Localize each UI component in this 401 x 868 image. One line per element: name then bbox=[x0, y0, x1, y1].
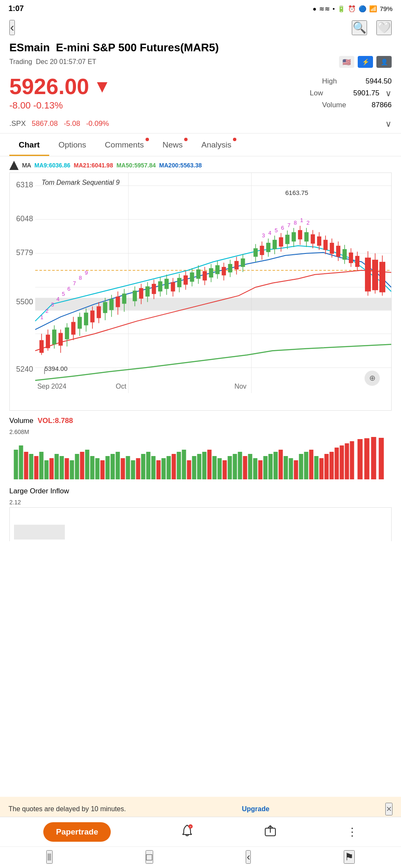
ma-toggle[interactable] bbox=[9, 161, 19, 170]
svg-rect-117 bbox=[372, 260, 378, 290]
svg-rect-23 bbox=[59, 333, 63, 346]
svg-rect-190 bbox=[233, 454, 237, 479]
spx-dropdown-button[interactable]: ∨ bbox=[385, 119, 392, 129]
volume-section: Volume VOL:8.788 2.608M bbox=[9, 411, 392, 481]
svg-rect-215 bbox=[365, 438, 370, 479]
volume-header: Volume VOL:8.788 bbox=[9, 415, 392, 428]
svg-text:8: 8 bbox=[294, 220, 297, 226]
upgrade-link[interactable]: Upgrade bbox=[242, 805, 269, 813]
nav-profile-button[interactable]: ⚑ bbox=[344, 850, 355, 864]
person-badge[interactable]: 👤 bbox=[376, 56, 392, 68]
svg-rect-202 bbox=[294, 460, 298, 479]
back-button[interactable]: ‹ bbox=[9, 20, 15, 35]
analysis-dot bbox=[233, 138, 236, 141]
flag-icons: 🇺🇸 ⚡ 👤 bbox=[339, 56, 392, 68]
share-button[interactable] bbox=[264, 824, 277, 840]
papertrade-button[interactable]: Papertrade bbox=[43, 822, 111, 842]
ma-label: MA bbox=[22, 162, 31, 169]
notify-button[interactable]: + bbox=[180, 824, 194, 840]
svg-rect-0 bbox=[10, 173, 391, 410]
nav-home-button[interactable]: □ bbox=[146, 850, 154, 864]
svg-rect-149 bbox=[24, 452, 28, 479]
nav-recent-button[interactable]: ⫴ bbox=[46, 850, 53, 864]
svg-rect-172 bbox=[141, 454, 146, 479]
svg-rect-187 bbox=[218, 458, 222, 479]
svg-rect-119 bbox=[379, 262, 385, 292]
svg-rect-87 bbox=[272, 240, 277, 249]
volume-value: 87866 bbox=[358, 101, 392, 109]
search-button[interactable]: 🔍 bbox=[352, 20, 367, 35]
battery-icon: 🔋 bbox=[337, 5, 345, 13]
large-order-value: 2.12 bbox=[9, 498, 392, 507]
svg-rect-206 bbox=[314, 456, 319, 479]
svg-rect-171 bbox=[136, 458, 140, 479]
svg-text:3: 3 bbox=[51, 301, 54, 308]
volume-chart-svg[interactable] bbox=[9, 437, 392, 479]
svg-text:2: 2 bbox=[306, 220, 309, 226]
svg-rect-191 bbox=[238, 452, 242, 479]
volume-label: Volume bbox=[322, 101, 352, 109]
chart-svg[interactable]: 6318 6048 5779 5500 5240 bbox=[10, 173, 391, 410]
svg-rect-53 bbox=[158, 281, 163, 292]
svg-text:3: 3 bbox=[262, 232, 265, 239]
wishlist-button[interactable]: 🤍 bbox=[376, 20, 392, 35]
large-order-chart[interactable] bbox=[9, 507, 392, 541]
svg-rect-29 bbox=[78, 317, 82, 329]
low-dropdown-button[interactable]: ∨ bbox=[385, 88, 392, 98]
tab-chart[interactable]: Chart bbox=[9, 134, 49, 156]
svg-text:6048: 6048 bbox=[16, 214, 33, 223]
price-section: 5926.00 ▼ -8.00 -0.13% High 5944.50 Low … bbox=[0, 72, 401, 115]
svg-rect-177 bbox=[167, 456, 171, 479]
alarm-icon: ⏰ bbox=[348, 5, 356, 13]
tab-analysis[interactable]: Analysis bbox=[192, 134, 241, 156]
more-button[interactable]: ⋮ bbox=[347, 826, 358, 839]
large-order-section: Large Order Inflow 2.12 bbox=[9, 481, 392, 545]
svg-rect-164 bbox=[101, 460, 105, 479]
news-dot bbox=[184, 138, 188, 141]
svg-rect-209 bbox=[330, 452, 334, 479]
volume-vol-value: VOL:8.788 bbox=[38, 417, 73, 425]
svg-rect-180 bbox=[182, 450, 186, 479]
svg-rect-178 bbox=[172, 454, 176, 479]
tab-comments[interactable]: Comments bbox=[95, 134, 153, 156]
svg-rect-37 bbox=[103, 302, 107, 313]
nav-back-button[interactable]: ‹ bbox=[246, 850, 251, 864]
svg-text:7: 7 bbox=[287, 222, 290, 228]
svg-rect-198 bbox=[274, 452, 278, 479]
top-nav: ‹ 🔍 🤍 bbox=[0, 16, 401, 41]
svg-rect-49 bbox=[146, 287, 150, 297]
status-icons: ● ≋≋ • 🔋 ⏰ 🔵 📶 79% bbox=[313, 5, 393, 13]
tab-news[interactable]: News bbox=[153, 134, 192, 156]
svg-rect-105 bbox=[330, 243, 334, 254]
svg-rect-194 bbox=[253, 458, 258, 479]
svg-rect-45 bbox=[133, 291, 137, 301]
svg-rect-203 bbox=[299, 454, 303, 479]
lightning-badge[interactable]: ⚡ bbox=[358, 56, 373, 68]
svg-rect-152 bbox=[39, 452, 44, 479]
svg-text:Tom Demark Sequential 9: Tom Demark Sequential 9 bbox=[42, 179, 120, 186]
svg-rect-89 bbox=[279, 237, 283, 247]
chart-section: MA MA9:6036.86 MA21:6041.98 MA50:5957.84… bbox=[0, 156, 401, 545]
svg-rect-160 bbox=[80, 452, 84, 479]
svg-rect-109 bbox=[342, 249, 347, 260]
svg-rect-182 bbox=[192, 456, 196, 479]
tab-options[interactable]: Options bbox=[49, 134, 95, 156]
svg-rect-154 bbox=[50, 458, 54, 479]
svg-rect-61 bbox=[184, 275, 188, 285]
svg-rect-95 bbox=[298, 230, 302, 239]
svg-rect-79 bbox=[241, 259, 245, 267]
svg-rect-35 bbox=[97, 306, 101, 318]
banner-close-button[interactable]: × bbox=[385, 803, 393, 815]
svg-rect-170 bbox=[131, 460, 135, 479]
svg-rect-193 bbox=[248, 454, 252, 479]
svg-rect-147 bbox=[14, 450, 18, 479]
main-chart[interactable]: 6318 6048 5779 5500 5240 bbox=[9, 172, 392, 410]
large-order-header: Large Order Inflow bbox=[9, 485, 392, 498]
tabs-bar: Chart Options Comments News Analysis bbox=[0, 134, 401, 156]
spx-price: 5867.08 bbox=[32, 120, 58, 128]
svg-rect-212 bbox=[345, 443, 349, 479]
svg-rect-73 bbox=[222, 267, 226, 275]
price-change: -8.00 -0.13% bbox=[9, 100, 111, 111]
ma50-value: MA50:5957.84 bbox=[116, 162, 156, 169]
dot-icon: • bbox=[333, 5, 335, 12]
